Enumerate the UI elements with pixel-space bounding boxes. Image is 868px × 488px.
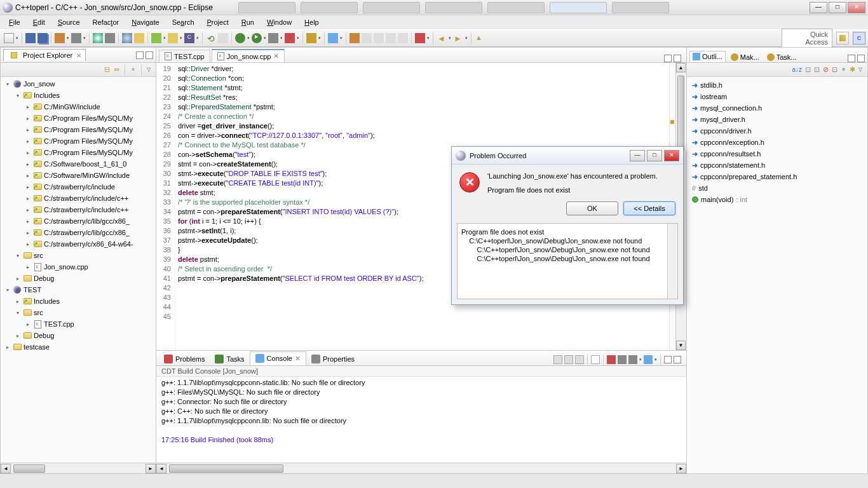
collapse-all-icon[interactable]: ⊟ bbox=[104, 65, 110, 74]
expand-icon[interactable]: ▾ bbox=[4, 81, 11, 87]
tree-node[interactable]: ▸C:/strawberry/c/include/c++ bbox=[1, 193, 156, 204]
step3-icon[interactable] bbox=[398, 33, 408, 43]
tree-node[interactable]: ▸C:/Software/boost_1_61_0 bbox=[1, 158, 156, 170]
maximize-icon[interactable] bbox=[674, 356, 681, 363]
refresh-icon[interactable]: ⟲ bbox=[206, 33, 216, 43]
focus-icon[interactable]: ⚬ bbox=[130, 65, 136, 74]
expand-icon[interactable]: ▸ bbox=[25, 219, 31, 224]
minimize-icon[interactable] bbox=[664, 55, 672, 62]
hammer-icon[interactable] bbox=[71, 33, 81, 43]
expand-icon[interactable]: ▸ bbox=[25, 127, 31, 133]
expand-icon[interactable]: ▸ bbox=[25, 264, 31, 270]
expand-icon[interactable]: ▸ bbox=[25, 139, 31, 144]
maximize-icon[interactable] bbox=[674, 55, 681, 62]
new-folder-icon[interactable] bbox=[168, 33, 178, 43]
save-all-icon[interactable] bbox=[37, 33, 48, 43]
tree-node[interactable]: ▸Debug bbox=[1, 330, 156, 341]
c-icon[interactable]: C bbox=[184, 33, 194, 43]
outline-tab[interactable]: Mak... bbox=[728, 52, 762, 62]
scroll-thumb[interactable] bbox=[13, 464, 45, 473]
tree-node[interactable]: ▸TEST.cpp bbox=[1, 318, 156, 330]
open-console-icon[interactable] bbox=[644, 355, 653, 364]
outline-item[interactable]: main(void) : int bbox=[692, 194, 862, 205]
project-explorer-tab[interactable]: Project Explorer ✕ bbox=[3, 49, 86, 61]
tree-node[interactable]: ▾src bbox=[1, 250, 156, 261]
project-tree[interactable]: ▾Jon_snow▾Includes▸C:/MinGW/include▸C:/P… bbox=[1, 77, 156, 463]
bottom-tab-problems[interactable]: Problems bbox=[159, 353, 210, 365]
scroll-left-arrow[interactable]: ◄ bbox=[1, 464, 11, 473]
outline-item[interactable]: ➜mysql_driver.h bbox=[692, 114, 862, 125]
tree-node[interactable]: ▾TEST bbox=[1, 284, 156, 295]
expand-icon[interactable]: ▸ bbox=[25, 196, 31, 201]
scroll-right-arrow[interactable]: ► bbox=[676, 464, 686, 473]
tree-node[interactable]: ▸C:/Program Files/MySQL/My bbox=[1, 112, 156, 124]
tree-node[interactable]: ▸Debug bbox=[1, 273, 156, 284]
dialog-details-pane[interactable]: Program file does not exist C:\C++toperl… bbox=[457, 223, 678, 299]
menu-help[interactable]: Help bbox=[299, 17, 324, 27]
minimize-icon[interactable] bbox=[848, 55, 855, 62]
horizontal-scrollbar[interactable]: ◄ ► bbox=[1, 463, 156, 473]
step2-icon[interactable] bbox=[386, 33, 396, 43]
expand-icon[interactable]: ▸ bbox=[25, 161, 31, 167]
link-icon[interactable]: ⚬ bbox=[841, 65, 846, 74]
outline-item[interactable]: ➜stdlib.h bbox=[692, 79, 862, 91]
menu-run[interactable]: Run bbox=[236, 17, 259, 27]
scroll-down-arrow[interactable]: ▼ bbox=[676, 341, 686, 350]
tree-node[interactable]: ▸C:/strawberry/c/include/c++ bbox=[1, 204, 156, 215]
outline-tab[interactable]: Outli... bbox=[689, 51, 726, 62]
new-connection-icon[interactable] bbox=[328, 33, 338, 43]
menu-project[interactable]: Project bbox=[202, 17, 234, 27]
tree-node[interactable]: ▸testcase bbox=[1, 341, 156, 353]
step-icon[interactable] bbox=[374, 33, 384, 43]
expand-icon[interactable]: ▾ bbox=[15, 310, 21, 316]
outline-item[interactable]: ➜cppconn/prepared_statement.h bbox=[692, 171, 862, 182]
tree-node[interactable]: ▸C:/strawberry/c/lib/gcc/x86_ bbox=[1, 227, 156, 238]
hide-fields-icon[interactable]: ⊡ bbox=[805, 65, 811, 74]
menu-search[interactable]: Search bbox=[167, 17, 200, 27]
editor-tab[interactable]: TEST.cpp bbox=[159, 50, 210, 62]
tree-node[interactable]: ▾Jon_snow bbox=[1, 78, 156, 90]
close-tab-icon[interactable]: ✕ bbox=[273, 52, 279, 60]
expand-icon[interactable]: ▸ bbox=[25, 241, 31, 247]
debug-icon[interactable] bbox=[235, 33, 245, 43]
minimize-icon[interactable] bbox=[136, 51, 144, 59]
minimize-icon[interactable] bbox=[664, 356, 672, 363]
close-button[interactable]: ✕ bbox=[848, 2, 865, 13]
outline-item[interactable]: ➜cppconn/resultset.h bbox=[692, 148, 862, 159]
remove-all-icon[interactable] bbox=[628, 355, 637, 364]
menu-window[interactable]: Window bbox=[262, 17, 297, 27]
save-icon[interactable] bbox=[25, 33, 36, 43]
close-tab-icon[interactable]: ✕ bbox=[295, 355, 301, 363]
tree-node[interactable]: ▸C:/strawberry/c/lib/gcc/x86_ bbox=[1, 215, 156, 227]
scroll-left-arrow[interactable]: ◄ bbox=[156, 464, 166, 473]
expand-icon[interactable]: ▸ bbox=[25, 184, 31, 190]
new-class-icon[interactable] bbox=[151, 33, 161, 43]
tree-node[interactable]: ▸Jon_snow.cpp bbox=[1, 261, 156, 273]
lock-scroll-icon[interactable] bbox=[575, 355, 584, 364]
console-hscroll[interactable]: ◄ ► bbox=[156, 463, 686, 473]
display-selected-icon[interactable] bbox=[564, 355, 573, 364]
clear-console-icon[interactable] bbox=[591, 355, 600, 364]
expand-icon[interactable]: ▸ bbox=[25, 173, 31, 179]
remove-launch-icon[interactable] bbox=[618, 355, 627, 364]
tree-node[interactable]: ▸C:/Program Files/MySQL/My bbox=[1, 147, 156, 158]
external-tools-icon[interactable] bbox=[306, 33, 316, 43]
minimize-button[interactable]: — bbox=[810, 2, 827, 13]
wand-icon[interactable] bbox=[349, 33, 360, 43]
outline-item[interactable]: #std bbox=[692, 182, 862, 194]
outline-item[interactable]: ➜cppconn/exception.h bbox=[692, 137, 862, 148]
terminate-icon[interactable] bbox=[607, 355, 616, 364]
scroll-right-arrow[interactable]: ► bbox=[146, 464, 156, 473]
hide-static-icon[interactable]: ⊡ bbox=[814, 65, 820, 74]
quick-access-field[interactable]: Quick Access bbox=[782, 29, 832, 48]
tree-node[interactable]: ▸C:/strawberry/c/include bbox=[1, 181, 156, 193]
expand-icon[interactable]: ▸ bbox=[25, 322, 31, 327]
open-perspective-button[interactable] bbox=[836, 32, 849, 44]
tree-node[interactable]: ▸C:/Software/MinGW/include bbox=[1, 170, 156, 181]
view-menu-icon[interactable]: ▽ bbox=[858, 67, 862, 72]
expand-icon[interactable]: ▸ bbox=[15, 276, 21, 281]
bottom-tab-properties[interactable]: Properties bbox=[306, 353, 360, 365]
up-icon[interactable]: ▲ bbox=[475, 33, 485, 43]
console-output[interactable]: g++: 1.1.7\lib\opt\mysqlcppconn-static.l… bbox=[156, 377, 686, 463]
build-icon[interactable] bbox=[55, 33, 65, 43]
